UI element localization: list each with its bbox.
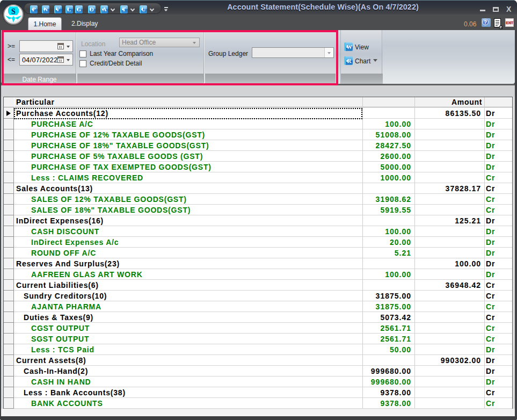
svg-text:S: S [11, 8, 16, 16]
